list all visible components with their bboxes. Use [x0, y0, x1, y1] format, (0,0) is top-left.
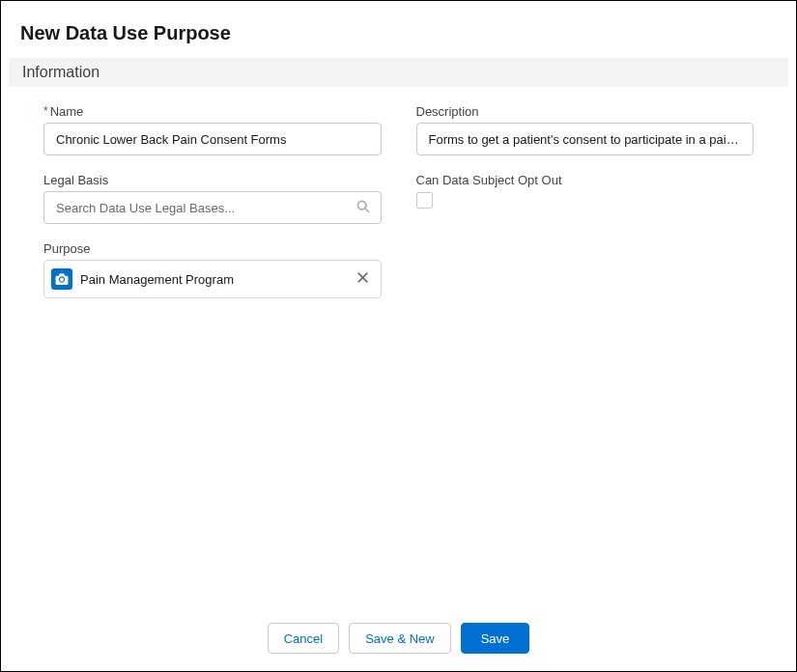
required-mark: * — [43, 104, 48, 118]
can-opt-out-label: Can Data Subject Opt Out — [416, 173, 754, 187]
field-legal-basis: Legal Basis — [43, 173, 382, 224]
name-input[interactable] — [43, 123, 382, 155]
empty-col — [416, 241, 754, 298]
modal-title: New Data Use Purpose — [20, 22, 777, 44]
field-name: *Name — [43, 104, 382, 155]
description-input[interactable] — [416, 123, 754, 155]
field-description: Description — [416, 104, 754, 155]
purpose-label: Purpose — [43, 241, 382, 256]
purpose-pill-remove[interactable] — [348, 270, 378, 289]
form-row-2: Legal Basis Can Data Subject Opt Out — [43, 173, 754, 224]
new-data-use-purpose-modal: New Data Use Purpose Information *Name D… — [1, 1, 796, 671]
form-row-3: Purpose Pain Management Program — [43, 241, 754, 298]
save-and-new-button[interactable]: Save & New — [349, 623, 451, 654]
field-can-opt-out: Can Data Subject Opt Out — [416, 173, 754, 224]
modal-header: New Data Use Purpose — [1, 1, 796, 58]
name-label-text: Name — [50, 104, 84, 119]
purpose-pill: Pain Management Program — [47, 266, 238, 292]
modal-footer: Cancel Save & New Save — [1, 609, 796, 671]
legal-basis-label: Legal Basis — [43, 173, 382, 187]
camera-icon — [51, 268, 72, 290]
form-row-1: *Name Description — [43, 104, 754, 155]
name-label: *Name — [43, 104, 382, 119]
purpose-pill-container[interactable]: Pain Management Program — [43, 260, 382, 298]
legal-basis-lookup — [43, 191, 382, 224]
close-icon — [356, 270, 370, 289]
form-body: *Name Description Legal Basis Ca — [1, 87, 796, 609]
save-button[interactable]: Save — [461, 623, 530, 654]
legal-basis-input[interactable] — [43, 191, 382, 224]
cancel-button[interactable]: Cancel — [268, 623, 339, 654]
field-purpose: Purpose Pain Management Program — [43, 241, 382, 298]
description-label: Description — [416, 104, 754, 119]
purpose-pill-label: Pain Management Program — [80, 272, 234, 287]
can-opt-out-checkbox[interactable] — [416, 192, 433, 209]
section-information-header: Information — [9, 58, 788, 87]
